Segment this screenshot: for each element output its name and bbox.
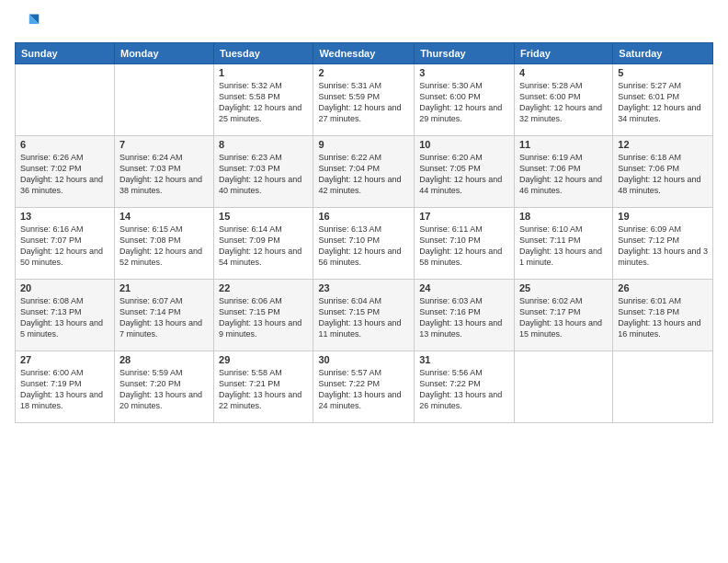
sunrise-text: Sunrise: 6:08 AM [20,295,109,306]
day-number: 22 [219,282,308,293]
sunset-text: Sunset: 6:01 PM [618,91,708,102]
daylight-text: Daylight: 12 hours and 27 minutes. [318,102,409,124]
sunrise-text: Sunrise: 6:24 AM [119,152,209,163]
day-number: 14 [119,211,209,222]
sunrise-text: Sunrise: 6:00 AM [20,367,109,378]
day-number: 6 [20,139,109,150]
calendar-week-row: 27Sunrise: 6:00 AMSunset: 7:19 PMDayligh… [16,351,713,423]
daylight-text: Daylight: 13 hours and 5 minutes. [20,317,109,339]
day-number: 9 [318,139,409,150]
calendar-cell [613,351,713,423]
day-number: 27 [20,354,109,365]
daylight-text: Daylight: 12 hours and 40 minutes. [219,174,308,196]
calendar-header-friday: Friday [514,43,612,64]
daylight-text: Daylight: 13 hours and 3 minutes. [618,246,708,268]
calendar-cell [16,64,115,136]
calendar-cell [514,351,612,423]
sunrise-text: Sunrise: 6:20 AM [419,152,509,163]
daylight-text: Daylight: 13 hours and 26 minutes. [419,389,509,411]
daylight-text: Daylight: 13 hours and 20 minutes. [119,389,209,411]
calendar-cell: 22Sunrise: 6:06 AMSunset: 7:15 PMDayligh… [214,280,313,351]
sunrise-text: Sunrise: 6:01 AM [618,295,708,306]
calendar-header-sunday: Sunday [16,43,115,64]
sunrise-text: Sunrise: 5:57 AM [318,367,409,378]
day-number: 11 [519,139,608,150]
calendar-cell: 28Sunrise: 5:59 AMSunset: 7:20 PMDayligh… [114,351,213,423]
sunrise-text: Sunrise: 6:18 AM [618,152,708,163]
calendar-cell: 29Sunrise: 5:58 AMSunset: 7:21 PMDayligh… [214,351,313,423]
calendar-week-row: 20Sunrise: 6:08 AMSunset: 7:13 PMDayligh… [16,280,713,351]
sunrise-text: Sunrise: 6:23 AM [219,152,308,163]
sunrise-text: Sunrise: 5:56 AM [419,367,509,378]
sunset-text: Sunset: 6:00 PM [519,91,608,102]
sunset-text: Sunset: 7:05 PM [419,163,509,174]
calendar-cell: 2Sunrise: 5:31 AMSunset: 5:59 PMDaylight… [313,64,415,136]
calendar-cell: 27Sunrise: 6:00 AMSunset: 7:19 PMDayligh… [16,351,115,423]
sunrise-text: Sunrise: 5:32 AM [219,80,308,91]
daylight-text: Daylight: 13 hours and 24 minutes. [318,389,409,411]
sunrise-text: Sunrise: 6:06 AM [219,295,308,306]
calendar-cell: 21Sunrise: 6:07 AMSunset: 7:14 PMDayligh… [114,280,213,351]
sunset-text: Sunset: 7:04 PM [318,163,409,174]
day-number: 18 [519,211,608,222]
calendar-cell: 7Sunrise: 6:24 AMSunset: 7:03 PMDaylight… [114,136,213,208]
calendar-cell: 25Sunrise: 6:02 AMSunset: 7:17 PMDayligh… [514,280,612,351]
calendar-cell: 18Sunrise: 6:10 AMSunset: 7:11 PMDayligh… [514,208,612,280]
calendar-header-thursday: Thursday [415,43,515,64]
calendar-week-row: 1Sunrise: 5:32 AMSunset: 5:58 PMDaylight… [16,64,713,136]
sunset-text: Sunset: 7:22 PM [419,378,509,389]
sunset-text: Sunset: 7:20 PM [119,378,209,389]
sunset-text: Sunset: 7:18 PM [618,306,708,317]
daylight-text: Daylight: 13 hours and 1 minute. [519,246,608,268]
sunrise-text: Sunrise: 5:28 AM [519,80,608,91]
sunrise-text: Sunrise: 6:19 AM [519,152,608,163]
day-number: 12 [618,139,708,150]
calendar-cell: 19Sunrise: 6:09 AMSunset: 7:12 PMDayligh… [613,208,713,280]
calendar-cell: 30Sunrise: 5:57 AMSunset: 7:22 PMDayligh… [313,351,415,423]
day-number: 13 [20,211,109,222]
calendar-cell: 13Sunrise: 6:16 AMSunset: 7:07 PMDayligh… [16,208,115,280]
calendar-cell: 9Sunrise: 6:22 AMSunset: 7:04 PMDaylight… [313,136,415,208]
day-number: 8 [219,139,308,150]
daylight-text: Daylight: 12 hours and 52 minutes. [119,246,209,268]
calendar-cell: 16Sunrise: 6:13 AMSunset: 7:10 PMDayligh… [313,208,415,280]
sunset-text: Sunset: 7:10 PM [419,235,509,246]
calendar-cell: 10Sunrise: 6:20 AMSunset: 7:05 PMDayligh… [415,136,515,208]
sunset-text: Sunset: 7:17 PM [519,306,608,317]
sunrise-text: Sunrise: 5:31 AM [318,80,409,91]
daylight-text: Daylight: 13 hours and 13 minutes. [419,317,509,339]
calendar-cell: 3Sunrise: 5:30 AMSunset: 6:00 PMDaylight… [415,64,515,136]
sunrise-text: Sunrise: 6:22 AM [318,152,409,163]
sunrise-text: Sunrise: 6:03 AM [419,295,509,306]
daylight-text: Daylight: 12 hours and 34 minutes. [618,102,708,124]
sunrise-text: Sunrise: 6:26 AM [20,152,109,163]
daylight-text: Daylight: 13 hours and 11 minutes. [318,317,409,339]
daylight-text: Daylight: 13 hours and 7 minutes. [119,317,209,339]
calendar-cell: 15Sunrise: 6:14 AMSunset: 7:09 PMDayligh… [214,208,313,280]
calendar-cell: 20Sunrise: 6:08 AMSunset: 7:13 PMDayligh… [16,280,115,351]
day-number: 17 [419,211,509,222]
daylight-text: Daylight: 12 hours and 25 minutes. [219,102,308,124]
daylight-text: Daylight: 12 hours and 42 minutes. [318,174,409,196]
day-number: 19 [618,211,708,222]
day-number: 4 [519,67,608,78]
sunset-text: Sunset: 7:03 PM [119,163,209,174]
day-number: 5 [618,67,708,78]
day-number: 29 [219,354,308,365]
calendar-header-saturday: Saturday [613,43,713,64]
day-number: 15 [219,211,308,222]
sunrise-text: Sunrise: 5:58 AM [219,367,308,378]
calendar-cell: 31Sunrise: 5:56 AMSunset: 7:22 PMDayligh… [415,351,515,423]
sunrise-text: Sunrise: 6:10 AM [519,224,608,235]
calendar-header-tuesday: Tuesday [214,43,313,64]
day-number: 28 [119,354,209,365]
daylight-text: Daylight: 12 hours and 48 minutes. [618,174,708,196]
calendar-cell: 23Sunrise: 6:04 AMSunset: 7:15 PMDayligh… [313,280,415,351]
calendar-cell: 1Sunrise: 5:32 AMSunset: 5:58 PMDaylight… [214,64,313,136]
sunset-text: Sunset: 7:06 PM [519,163,608,174]
sunrise-text: Sunrise: 6:16 AM [20,224,109,235]
sunrise-text: Sunrise: 6:14 AM [219,224,308,235]
sunset-text: Sunset: 7:03 PM [219,163,308,174]
daylight-text: Daylight: 13 hours and 18 minutes. [20,389,109,411]
sunset-text: Sunset: 7:08 PM [119,235,209,246]
